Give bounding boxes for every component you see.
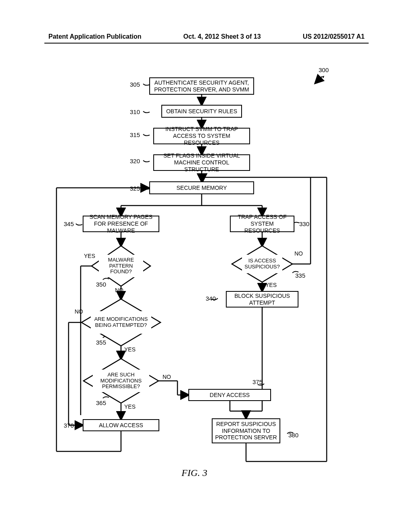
box-330: TRAP ACCESS OF SYSTEM RESOURCES [230, 216, 294, 232]
box-375-text: DENY ACCESS [210, 392, 250, 399]
label-335-no: NO [294, 251, 303, 256]
box-325-text: SECURE MEMORY [177, 185, 227, 191]
box-320-text: SET FLAGS INSIDE VIRTUAL MACHINE CONTROL… [156, 152, 247, 172]
ref-310: 310 [130, 109, 140, 115]
diamond-365-text: ARE SUCH MODIFICATIONS PERMISSIBLE? [94, 372, 148, 390]
figure-caption: FIG. 3 [181, 468, 207, 478]
label-350-no: NO [115, 287, 123, 293]
box-380: REPORT SUSPICIOUS INFORMATION TO PROTECT… [212, 418, 280, 443]
ref-320: 320 [130, 158, 140, 164]
label-355-yes: YES [124, 347, 136, 352]
label-355-no: NO [75, 309, 83, 314]
ref-350: 350 [96, 281, 106, 287]
label-350-yes: YES [84, 253, 95, 259]
ref-300: 300 [319, 67, 329, 73]
box-340: BLOCK SUSPICIOUS ATTEMPT [226, 291, 298, 308]
box-325: SECURE MEMORY [149, 181, 254, 194]
diamond-350-text: MALWARE PATTERN FOUND? [100, 257, 142, 275]
box-345: SCAN MEMORY PAGES FOR PRESENCE OF MALWAR… [83, 216, 159, 232]
ref-305: 305 [130, 81, 140, 87]
ref-315: 315 [130, 132, 140, 138]
box-375: DENY ACCESS [188, 389, 271, 401]
diamond-335: IS ACCESS SUSPICIOUS? [242, 255, 282, 273]
box-310-text: OBTAIN SECURITY RULES [166, 108, 237, 115]
ref-345: 345 [64, 221, 74, 227]
header-left: Patent Application Publication [48, 33, 142, 40]
header-center: Oct. 4, 2012 Sheet 3 of 13 [184, 33, 261, 40]
box-340-text: BLOCK SUSPICIOUS ATTEMPT [229, 293, 295, 306]
header-right: US 2012/0255017 A1 [303, 33, 365, 40]
ref-375: 375 [252, 379, 263, 385]
ref-355: 355 [96, 339, 106, 345]
box-305: AUTHENTICATE SECURITY AGENT, PROTECTION … [149, 77, 254, 95]
box-320: SET FLAGS INSIDE VIRTUAL MACHINE CONTROL… [153, 154, 250, 171]
diamond-365: ARE SUCH MODIFICATIONS PERMISSIBLE? [93, 370, 149, 392]
label-335-yes: YES [265, 282, 277, 288]
diamond-355-text: ARE MODIFICATIONS BEING ATTEMPTED? [92, 316, 150, 328]
ref-365: 365 [96, 400, 106, 406]
header-rule [44, 43, 369, 44]
ref-340: 340 [206, 295, 216, 301]
box-315: INSTRUCT SVMM TO TRAP ACCESS TO SYSTEM R… [153, 128, 250, 144]
ref-335: 335 [295, 272, 305, 278]
label-365-no: NO [163, 374, 171, 380]
box-315-text: INSTRUCT SVMM TO TRAP ACCESS TO SYSTEM R… [156, 126, 247, 146]
diamond-355: ARE MODIFICATIONS BEING ATTEMPTED? [91, 311, 151, 334]
svg-line-0 [315, 77, 322, 83]
box-330-text: TRAP ACCESS OF SYSTEM RESOURCES [233, 214, 291, 234]
box-310: OBTAIN SECURITY RULES [161, 105, 242, 118]
ref-330: 330 [299, 221, 309, 227]
ref-370: 370 [64, 422, 74, 428]
ref-325: 325 [130, 185, 140, 191]
label-365-yes: YES [124, 404, 136, 409]
box-370: ALLOW ACCESS [83, 419, 159, 431]
box-370-text: ALLOW ACCESS [99, 422, 143, 429]
box-380-text: REPORT SUSPICIOUS INFORMATION TO PROTECT… [215, 421, 277, 441]
page-header: Patent Application Publication Oct. 4, 2… [0, 33, 413, 40]
flowchart-canvas: 300 AUTHENTICATE SECURITY AGENT, PROTECT… [44, 64, 369, 508]
diamond-350: MALWARE PATTERN FOUND? [99, 255, 143, 277]
box-345-text: SCAN MEMORY PAGES FOR PRESENCE OF MALWAR… [86, 214, 156, 234]
ref-380: 380 [288, 432, 298, 438]
diamond-335-text: IS ACCESS SUSPICIOUS? [243, 258, 282, 270]
box-305-text: AUTHENTICATE SECURITY AGENT, PROTECTION … [152, 79, 251, 93]
